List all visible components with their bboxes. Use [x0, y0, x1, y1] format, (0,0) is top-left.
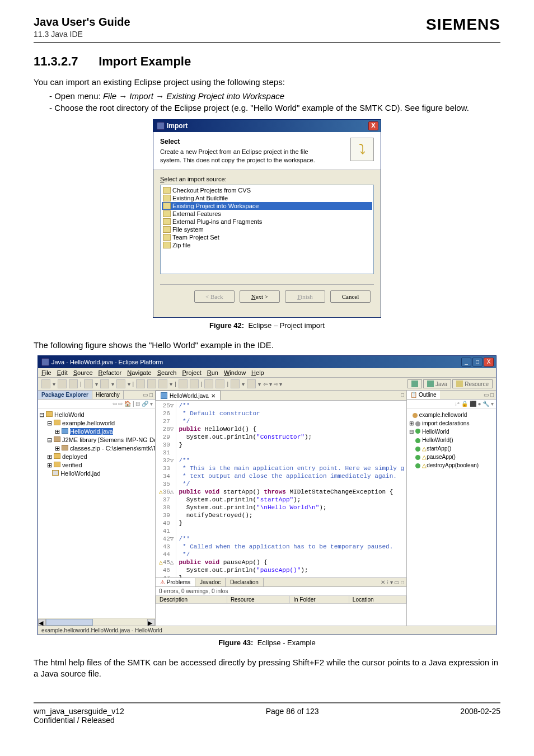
steps-list: Open menu: File → Import → Existing Proj…	[34, 90, 500, 114]
problems-summary: 0 errors, 0 warnings, 0 infos	[156, 587, 406, 595]
figure-42-container: Import X Select Create a new Project fro…	[34, 119, 500, 330]
close-tab-icon[interactable]: ✕	[211, 393, 216, 399]
toolbar-icon[interactable]	[216, 379, 224, 388]
scroll-right-icon[interactable]: ▶	[147, 619, 155, 626]
menu-project[interactable]: Project	[182, 369, 202, 376]
toolbar[interactable]: ▾ | ▾ ▾ ▾ | ▾ | | | ▾ ▾ ⇦ ▾ ⇨ ▾	[38, 378, 496, 391]
editor-min-icon[interactable]: □	[399, 391, 406, 400]
outline-tree[interactable]: example.helloworld ⊞ import declarations…	[407, 408, 496, 626]
resource-perspective[interactable]: Resource	[452, 379, 493, 388]
step-1-text: Open menu:	[54, 91, 103, 101]
right-pane: 📋 Outline ▭ □ ↓ᵃ 🔒 ⬛ ● 🔧 ▾ example.hello…	[406, 391, 496, 626]
toolbar-icon[interactable]	[204, 379, 213, 388]
debug-icon[interactable]	[84, 379, 93, 388]
menu-navigate[interactable]: Navigate	[127, 369, 151, 376]
editor-tab[interactable]: HelloWorld.java✕	[156, 391, 221, 400]
selected-file[interactable]: HelloWorld.java	[70, 428, 113, 435]
scroll-left-icon[interactable]: ◀	[38, 619, 46, 626]
finish-button[interactable]: Finish	[285, 290, 325, 303]
pkg-toolbar[interactable]: ⇦ ⇨ 🏠 | ⊟ 🔗 ▾	[38, 400, 155, 408]
section-number: 11.3.2.7	[34, 54, 95, 69]
menu-file[interactable]: File	[41, 369, 51, 376]
toolbar-icon[interactable]	[136, 379, 145, 388]
problems-table: DescriptionResourceIn FolderLocation	[156, 595, 406, 626]
import-source-item[interactable]: File system	[162, 226, 372, 233]
toolbar-icon[interactable]	[231, 379, 240, 388]
outline-item[interactable]: △startApp()	[409, 444, 494, 453]
import-source-item[interactable]: Zip file	[162, 241, 372, 249]
page-footer: wm_java_usersguide_v12 Confidential / Re…	[34, 702, 500, 725]
h-scrollbar[interactable]: ◀ ▶	[38, 618, 155, 626]
next-button[interactable]: Next >	[240, 290, 280, 303]
button-row: < Back Next > Finish Cancel	[160, 290, 374, 308]
outline-item[interactable]: △pauseApp()	[409, 453, 494, 461]
java-perspective[interactable]: Java	[423, 379, 451, 388]
problems-col[interactable]: Resource	[227, 595, 289, 603]
status-bar: example.helloworld.HelloWorld.java - Hel…	[38, 626, 496, 635]
tab-outline[interactable]: 📋 Outline	[407, 391, 439, 399]
import-header: Select Create a new Project from an Ecli…	[153, 132, 381, 170]
import-source-item[interactable]: Team Project Set	[162, 233, 372, 241]
package-tree[interactable]: ⊟ HelloWorld ⊟ example.helloworld ⊞ Hell…	[38, 408, 155, 618]
menubar[interactable]: FileEditSourceRefactorNavigateSearchProj…	[38, 368, 496, 378]
cancel-button[interactable]: Cancel	[330, 290, 371, 303]
import-source-item[interactable]: Existing Project into Workspace	[162, 202, 372, 210]
open-perspective-button[interactable]	[407, 379, 422, 388]
toolbar-icon[interactable]	[190, 379, 199, 388]
close-button[interactable]: X	[368, 121, 378, 130]
bottom-pane: ⚠ Problems Javadoc Declaration ✕ ⁝ ▾ ▭ □…	[156, 577, 406, 626]
tab-hierarchy[interactable]: Hierarchy	[92, 391, 124, 399]
toolbar-icon[interactable]	[41, 379, 50, 388]
menu-run[interactable]: Run	[207, 369, 218, 376]
import-source-item[interactable]: Checkout Projects from CVS	[162, 186, 372, 194]
outline-item[interactable]: HelloWorld()	[409, 436, 494, 444]
outline-min-icon[interactable]: ▭ □	[481, 391, 496, 399]
import-source-list[interactable]: Checkout Projects from CVSExisting Ant B…	[160, 185, 374, 274]
step-1: Open menu: File → Import → Existing Proj…	[49, 90, 500, 102]
problems-col[interactable]: In Folder	[290, 595, 349, 603]
import-source-item[interactable]: External Features	[162, 210, 372, 218]
import-arrow-icon: ⤵	[359, 142, 366, 157]
footer-left: wm_java_usersguide_v12	[34, 707, 124, 716]
back-button[interactable]: < Back	[194, 290, 235, 303]
toolbar-icon[interactable]	[69, 379, 78, 388]
menu-window[interactable]: Window	[224, 369, 246, 376]
maximize-button[interactable]: □	[472, 358, 483, 367]
menu-refactor[interactable]: Refactor	[99, 369, 122, 376]
toolbar-icon[interactable]	[58, 379, 67, 388]
step-1-menupath: File → Import → Existing Project into Wo…	[103, 91, 284, 101]
tab-declaration[interactable]: Declaration	[226, 578, 264, 586]
import-source-item[interactable]: Existing Ant Buildfile	[162, 194, 372, 202]
outline-toolbar[interactable]: ↓ᵃ 🔒 ⬛ ● 🔧 ▾	[407, 400, 496, 408]
tail-paragraph: The html help files of the SMTK can be a…	[34, 657, 500, 680]
menu-search[interactable]: Search	[157, 369, 177, 376]
run-icon[interactable]	[100, 379, 109, 388]
code-editor[interactable]: 25▽ 26 27 28▽ 29 30 31 32▽ 33 34 35 △36△…	[156, 401, 406, 577]
outline-item[interactable]: △destroyApp(boolean)	[409, 461, 494, 469]
toolbar-icon[interactable]	[147, 379, 156, 388]
menu-help[interactable]: Help	[251, 369, 264, 376]
toolbar-icon[interactable]	[179, 379, 188, 388]
toolbar-icon[interactable]	[158, 379, 167, 388]
import-dialog: Import X Select Create a new Project fro…	[153, 119, 381, 318]
import-section-label: Select	[160, 138, 328, 145]
toolbar-icon[interactable]	[116, 379, 125, 388]
tab-problems[interactable]: ⚠ Problems	[156, 578, 195, 586]
tab-javadoc[interactable]: Javadoc	[195, 578, 226, 586]
pane-min-icon[interactable]: ▭ □	[140, 391, 155, 399]
problems-col[interactable]: Description	[156, 595, 227, 603]
doc-subtitle: 11.3 Java IDE	[34, 30, 130, 39]
menu-edit[interactable]: Edit	[57, 369, 68, 376]
problems-col[interactable]: Location	[349, 595, 406, 603]
minimize-button[interactable]: _	[461, 358, 471, 367]
java-file-icon	[161, 392, 167, 399]
tab-package-explorer[interactable]: Package Explorer	[38, 391, 92, 399]
close-button[interactable]: X	[484, 358, 494, 367]
toolbar-icon[interactable]	[247, 379, 256, 388]
source-label: Select an import source:	[160, 176, 374, 182]
problems-toolbar[interactable]: ✕ ⁝ ▾ ▭ □	[378, 578, 406, 586]
import-source-item[interactable]: External Plug-ins and Fragments	[162, 218, 372, 226]
import-title: Import	[167, 122, 188, 130]
menu-source[interactable]: Source	[73, 369, 93, 376]
footer-right: 2008-02-25	[460, 707, 500, 725]
